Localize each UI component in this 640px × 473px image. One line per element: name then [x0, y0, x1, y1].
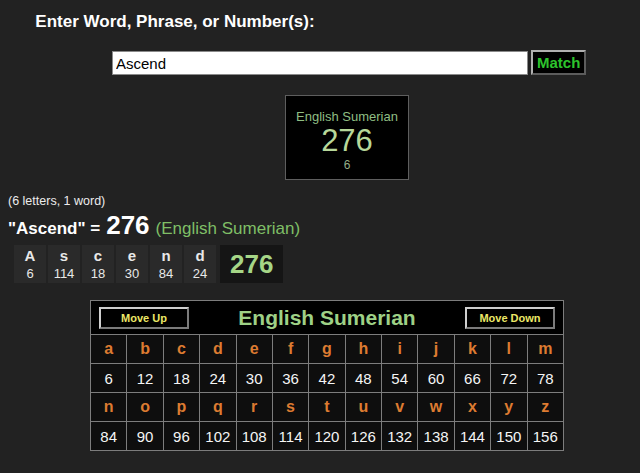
value-cell: 6	[91, 364, 127, 393]
breakdown-tile: d 24	[184, 245, 216, 283]
cipher-table-header-row: Move Up English Sumerian Move Down	[91, 301, 564, 335]
breakdown-letter: n	[154, 246, 178, 265]
breakdown-value: 30	[120, 265, 144, 282]
letter-cell: i	[382, 335, 418, 364]
result-cipher-subvalue: 6	[286, 158, 408, 172]
summary-value: 276	[106, 210, 149, 241]
result-cipher-value: 276	[286, 124, 408, 158]
value-cell: 24	[200, 364, 236, 393]
letter-cell: v	[382, 393, 418, 422]
value-cell: 42	[309, 364, 345, 393]
letter-cell: o	[127, 393, 163, 422]
letter-cell: m	[527, 335, 564, 364]
breakdown-value: 6	[18, 265, 42, 282]
value-cell: 102	[200, 422, 236, 451]
value-cell: 36	[272, 364, 308, 393]
breakdown-tile: e 30	[116, 245, 148, 283]
breakdown-letter: d	[188, 246, 212, 265]
value-cell: 150	[491, 422, 527, 451]
value-cell: 48	[345, 364, 381, 393]
letter-cell: l	[491, 335, 527, 364]
letter-cell: r	[236, 393, 272, 422]
value-cell: 12	[127, 364, 163, 393]
value-cell: 66	[454, 364, 490, 393]
letter-cell: k	[454, 335, 490, 364]
summary-line: "Ascend" = 276 (English Sumerian)	[8, 210, 300, 241]
value-cell: 72	[491, 364, 527, 393]
breakdown-value: 84	[154, 265, 178, 282]
letter-cell: d	[200, 335, 236, 364]
breakdown-tile: c 18	[82, 245, 114, 283]
letters-word-count: (6 letters, 1 word)	[8, 194, 105, 208]
letter-cell: q	[200, 393, 236, 422]
breakdown-letter: e	[120, 246, 144, 265]
letter-cell: x	[454, 393, 490, 422]
match-button[interactable]: Match	[531, 50, 586, 75]
value-cell: 120	[309, 422, 345, 451]
cipher-table-title: English Sumerian	[238, 306, 415, 330]
value-cell: 18	[163, 364, 199, 393]
letter-cell: e	[236, 335, 272, 364]
letter-cell: w	[418, 393, 454, 422]
breakdown-letter: A	[18, 246, 42, 265]
breakdown-letter: c	[86, 246, 110, 265]
table-row-letters-1: a b c d e f g h i j k l m	[91, 335, 564, 364]
letter-cell: b	[127, 335, 163, 364]
letter-cell: j	[418, 335, 454, 364]
value-cell: 114	[272, 422, 308, 451]
value-cell: 54	[382, 364, 418, 393]
page-title: Enter Word, Phrase, or Number(s):	[0, 12, 525, 32]
value-cell: 84	[91, 422, 127, 451]
summary-cipher: (English Sumerian)	[156, 219, 301, 239]
value-cell: 90	[127, 422, 163, 451]
breakdown-value: 114	[52, 265, 76, 282]
value-cell: 108	[236, 422, 272, 451]
letter-cell: n	[91, 393, 127, 422]
move-up-button[interactable]: Move Up	[99, 307, 189, 329]
cipher-result-card[interactable]: English Sumerian 276 6	[285, 95, 409, 180]
value-cell: 156	[527, 422, 564, 451]
value-cell: 30	[236, 364, 272, 393]
letter-cell: a	[91, 335, 127, 364]
value-cell: 96	[163, 422, 199, 451]
value-cell: 78	[527, 364, 564, 393]
value-cell: 60	[418, 364, 454, 393]
letter-breakdown: A 6 s 114 c 18 e 30 n 84 d 24 276	[14, 245, 283, 283]
breakdown-value: 24	[188, 265, 212, 282]
value-cell: 132	[382, 422, 418, 451]
breakdown-tile: n 84	[150, 245, 182, 283]
letter-cell: f	[272, 335, 308, 364]
search-input[interactable]	[112, 51, 528, 75]
table-row-values-1: 6 12 18 24 30 36 42 48 54 60 66 72 78	[91, 364, 564, 393]
value-cell: 126	[345, 422, 381, 451]
breakdown-letter: s	[52, 246, 76, 265]
letter-cell: u	[345, 393, 381, 422]
breakdown-tile: A 6	[14, 245, 46, 283]
breakdown-tile: s 114	[48, 245, 80, 283]
letter-cell: g	[309, 335, 345, 364]
table-row-values-2: 84 90 96 102 108 114 120 126 132 138 144…	[91, 422, 564, 451]
value-cell: 144	[454, 422, 490, 451]
cipher-table: Move Up English Sumerian Move Down a b c…	[90, 300, 564, 451]
summary-word: "Ascend" =	[8, 219, 100, 239]
move-down-button[interactable]: Move Down	[465, 307, 555, 329]
breakdown-value: 18	[86, 265, 110, 282]
table-row-letters-2: n o p q r s t u v w x y z	[91, 393, 564, 422]
letter-cell: t	[309, 393, 345, 422]
letter-cell: y	[491, 393, 527, 422]
letter-cell: p	[163, 393, 199, 422]
value-cell: 138	[418, 422, 454, 451]
letter-cell: c	[163, 335, 199, 364]
breakdown-total: 276	[220, 245, 283, 283]
letter-cell: h	[345, 335, 381, 364]
letter-cell: z	[527, 393, 564, 422]
letter-cell: s	[272, 393, 308, 422]
result-cipher-name: English Sumerian	[286, 109, 408, 124]
